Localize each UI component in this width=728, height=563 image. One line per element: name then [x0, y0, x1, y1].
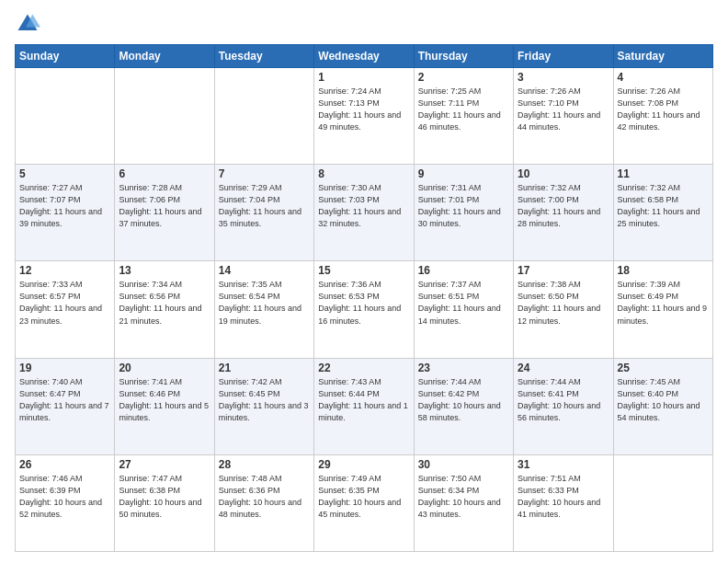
day-info: Sunrise: 7:51 AMSunset: 6:33 PMDaylight:… [518, 473, 609, 521]
logo [15, 11, 44, 37]
day-number: 26 [19, 458, 110, 471]
day-number: 23 [418, 362, 509, 374]
day-number: 27 [119, 458, 210, 471]
logo-icon [15, 11, 40, 37]
day-cell-6: 6Sunrise: 7:28 AMSunset: 7:06 PMDaylight… [115, 165, 214, 261]
day-info: Sunrise: 7:32 AMSunset: 6:58 PMDaylight:… [618, 182, 709, 230]
day-number: 31 [518, 458, 609, 471]
day-number: 30 [418, 458, 509, 471]
empty-cell [16, 68, 115, 165]
day-info: Sunrise: 7:28 AMSunset: 7:06 PMDaylight:… [119, 182, 210, 230]
day-cell-20: 20Sunrise: 7:41 AMSunset: 6:46 PMDayligh… [115, 358, 214, 454]
day-info: Sunrise: 7:46 AMSunset: 6:39 PMDaylight:… [19, 473, 110, 521]
day-number: 15 [318, 264, 409, 277]
day-cell-17: 17Sunrise: 7:38 AMSunset: 6:50 PMDayligh… [514, 261, 613, 358]
day-info: Sunrise: 7:47 AMSunset: 6:38 PMDaylight:… [119, 473, 210, 521]
day-cell-12: 12Sunrise: 7:33 AMSunset: 6:57 PMDayligh… [16, 261, 115, 358]
weekday-header-monday: Monday [115, 45, 214, 68]
calendar-table: SundayMondayTuesdayWednesdayThursdayFrid… [15, 44, 713, 552]
empty-cell [214, 68, 313, 165]
week-row-5: 26Sunrise: 7:46 AMSunset: 6:39 PMDayligh… [16, 454, 713, 551]
day-number: 14 [219, 264, 310, 277]
day-info: Sunrise: 7:39 AMSunset: 6:49 PMDaylight:… [618, 279, 709, 327]
day-info: Sunrise: 7:41 AMSunset: 6:46 PMDaylight:… [119, 376, 210, 424]
day-info: Sunrise: 7:40 AMSunset: 6:47 PMDaylight:… [19, 376, 110, 424]
day-cell-31: 31Sunrise: 7:51 AMSunset: 6:33 PMDayligh… [514, 454, 613, 551]
day-number: 18 [618, 264, 709, 277]
day-number: 16 [418, 264, 509, 277]
day-number: 20 [119, 362, 210, 374]
weekday-header-sunday: Sunday [16, 45, 115, 68]
day-cell-19: 19Sunrise: 7:40 AMSunset: 6:47 PMDayligh… [16, 358, 115, 454]
weekday-header-tuesday: Tuesday [214, 45, 313, 68]
day-number: 4 [618, 71, 709, 84]
day-info: Sunrise: 7:24 AMSunset: 7:13 PMDaylight:… [318, 86, 409, 133]
day-number: 29 [318, 458, 409, 471]
day-info: Sunrise: 7:44 AMSunset: 6:41 PMDaylight:… [518, 376, 609, 424]
day-info: Sunrise: 7:38 AMSunset: 6:50 PMDaylight:… [518, 279, 609, 327]
day-number: 17 [518, 264, 609, 277]
day-info: Sunrise: 7:43 AMSunset: 6:44 PMDaylight:… [318, 376, 409, 424]
day-cell-4: 4Sunrise: 7:26 AMSunset: 7:08 PMDaylight… [613, 68, 712, 165]
day-number: 24 [518, 362, 609, 374]
day-number: 10 [518, 167, 609, 180]
week-row-3: 12Sunrise: 7:33 AMSunset: 6:57 PMDayligh… [16, 261, 713, 358]
day-cell-21: 21Sunrise: 7:42 AMSunset: 6:45 PMDayligh… [214, 358, 313, 454]
day-number: 3 [518, 71, 609, 84]
day-info: Sunrise: 7:42 AMSunset: 6:45 PMDaylight:… [219, 376, 310, 424]
day-number: 11 [618, 167, 709, 180]
day-info: Sunrise: 7:35 AMSunset: 6:54 PMDaylight:… [219, 279, 310, 327]
day-info: Sunrise: 7:32 AMSunset: 7:00 PMDaylight:… [518, 182, 609, 230]
day-info: Sunrise: 7:30 AMSunset: 7:03 PMDaylight:… [318, 182, 409, 230]
day-number: 12 [19, 264, 110, 277]
day-number: 28 [219, 458, 310, 471]
day-info: Sunrise: 7:36 AMSunset: 6:53 PMDaylight:… [318, 279, 409, 327]
day-cell-25: 25Sunrise: 7:45 AMSunset: 6:40 PMDayligh… [613, 358, 712, 454]
weekday-header-wednesday: Wednesday [314, 45, 414, 68]
day-info: Sunrise: 7:48 AMSunset: 6:36 PMDaylight:… [219, 473, 310, 521]
empty-cell [115, 68, 214, 165]
day-info: Sunrise: 7:29 AMSunset: 7:04 PMDaylight:… [219, 182, 310, 230]
day-cell-27: 27Sunrise: 7:47 AMSunset: 6:38 PMDayligh… [115, 454, 214, 551]
day-cell-28: 28Sunrise: 7:48 AMSunset: 6:36 PMDayligh… [214, 454, 313, 551]
day-cell-18: 18Sunrise: 7:39 AMSunset: 6:49 PMDayligh… [613, 261, 712, 358]
day-number: 13 [119, 264, 210, 277]
weekday-header-saturday: Saturday [613, 45, 712, 68]
day-cell-3: 3Sunrise: 7:26 AMSunset: 7:10 PMDaylight… [514, 68, 613, 165]
day-number: 25 [618, 362, 709, 374]
day-cell-30: 30Sunrise: 7:50 AMSunset: 6:34 PMDayligh… [414, 454, 513, 551]
day-cell-29: 29Sunrise: 7:49 AMSunset: 6:35 PMDayligh… [314, 454, 414, 551]
weekday-header-friday: Friday [514, 45, 613, 68]
day-cell-23: 23Sunrise: 7:44 AMSunset: 6:42 PMDayligh… [414, 358, 513, 454]
page: SundayMondayTuesdayWednesdayThursdayFrid… [0, 0, 728, 563]
day-info: Sunrise: 7:49 AMSunset: 6:35 PMDaylight:… [318, 473, 409, 521]
day-cell-9: 9Sunrise: 7:31 AMSunset: 7:01 PMDaylight… [414, 165, 513, 261]
day-number: 5 [19, 167, 110, 180]
day-info: Sunrise: 7:26 AMSunset: 7:08 PMDaylight:… [618, 86, 709, 133]
weekday-header-row: SundayMondayTuesdayWednesdayThursdayFrid… [16, 45, 713, 68]
day-info: Sunrise: 7:44 AMSunset: 6:42 PMDaylight:… [418, 376, 509, 424]
day-number: 6 [119, 167, 210, 180]
day-info: Sunrise: 7:25 AMSunset: 7:11 PMDaylight:… [418, 86, 509, 133]
day-number: 2 [418, 71, 509, 84]
day-cell-7: 7Sunrise: 7:29 AMSunset: 7:04 PMDaylight… [214, 165, 313, 261]
day-info: Sunrise: 7:50 AMSunset: 6:34 PMDaylight:… [418, 473, 509, 521]
day-info: Sunrise: 7:27 AMSunset: 7:07 PMDaylight:… [19, 182, 110, 230]
day-cell-13: 13Sunrise: 7:34 AMSunset: 6:56 PMDayligh… [115, 261, 214, 358]
day-number: 19 [19, 362, 110, 374]
day-info: Sunrise: 7:26 AMSunset: 7:10 PMDaylight:… [518, 86, 609, 133]
day-number: 7 [219, 167, 310, 180]
day-cell-26: 26Sunrise: 7:46 AMSunset: 6:39 PMDayligh… [16, 454, 115, 551]
week-row-2: 5Sunrise: 7:27 AMSunset: 7:07 PMDaylight… [16, 165, 713, 261]
day-number: 9 [418, 167, 509, 180]
day-info: Sunrise: 7:33 AMSunset: 6:57 PMDaylight:… [19, 279, 110, 327]
day-number: 1 [318, 71, 409, 84]
empty-cell [613, 454, 712, 551]
header [15, 11, 713, 37]
day-number: 22 [318, 362, 409, 374]
day-cell-2: 2Sunrise: 7:25 AMSunset: 7:11 PMDaylight… [414, 68, 513, 165]
day-info: Sunrise: 7:37 AMSunset: 6:51 PMDaylight:… [418, 279, 509, 327]
day-cell-8: 8Sunrise: 7:30 AMSunset: 7:03 PMDaylight… [314, 165, 414, 261]
day-info: Sunrise: 7:31 AMSunset: 7:01 PMDaylight:… [418, 182, 509, 230]
day-cell-16: 16Sunrise: 7:37 AMSunset: 6:51 PMDayligh… [414, 261, 513, 358]
